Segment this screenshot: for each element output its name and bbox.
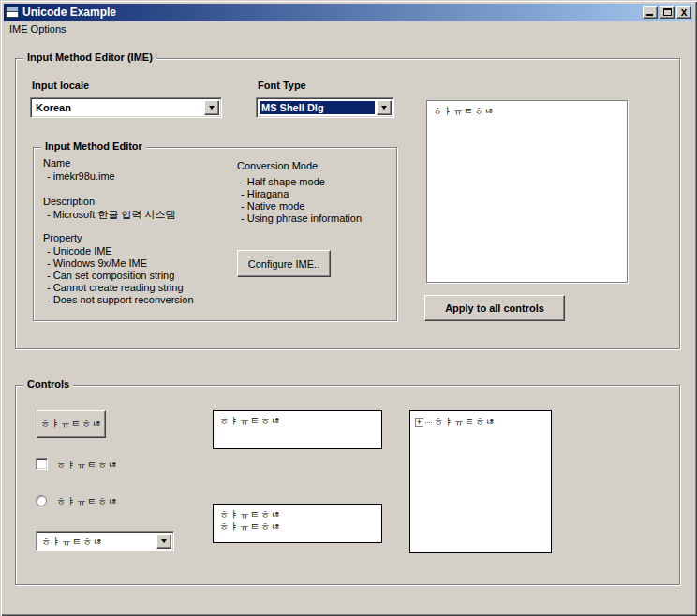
font-type-combobox[interactable]: MS Shell Dlg <box>256 97 394 118</box>
name-label: Name <box>43 157 70 169</box>
tree-item-label: ㅎㅑㅠㅌㅎㄶ <box>434 416 496 429</box>
apply-to-all-controls-button[interactable]: Apply to all controls <box>424 295 565 321</box>
property-item: - Does not support reconversion <box>47 294 194 305</box>
description-value: - Microsoft 한글 입력 시스템 <box>47 208 176 222</box>
ime-preview-textarea[interactable]: ㅎㅑㅠㅌㅎㄶ <box>426 100 628 283</box>
ime-preview-text: ㅎㅑㅠㅌㅎㄶ <box>433 106 495 116</box>
input-locale-combobox[interactable]: Korean <box>30 97 222 118</box>
menu-bar: IME Options <box>4 21 693 37</box>
minimize-button[interactable] <box>643 6 658 19</box>
controls-groupbox-title: Controls <box>23 378 73 389</box>
font-type-label: Font Type <box>258 80 306 91</box>
close-button[interactable]: x <box>676 6 691 19</box>
description-label: Description <box>43 196 95 207</box>
tree-expand-icon[interactable]: + <box>415 418 423 427</box>
property-item: - Cannot create reading string <box>47 282 184 293</box>
tree-connector <box>425 422 432 423</box>
sample-edit-single[interactable]: ㅎㅑㅠㅌㅎㄶ <box>213 410 382 449</box>
tree-item[interactable]: + ㅎㅑㅠㅌㅎㄶ <box>415 416 546 429</box>
title-bar: Unicode Example x <box>4 4 693 21</box>
sample-radio-label: ㅎㅑㅠㅌㅎㄶ <box>56 495 118 508</box>
maximize-icon <box>663 8 672 16</box>
sample-treeview[interactable]: + ㅎㅑㅠㅌㅎㄶ <box>409 410 552 553</box>
application-window: Unicode Example x IME Options Input Meth… <box>0 0 697 616</box>
chevron-down-icon <box>381 106 387 110</box>
property-item: - Can set composition string <box>47 270 174 281</box>
application-icon[interactable] <box>6 7 19 18</box>
font-type-dropdown-button[interactable] <box>377 100 392 115</box>
sample-radio[interactable] <box>36 495 47 506</box>
sample-combobox-dropdown-button[interactable] <box>156 534 171 549</box>
sample-edit-multi[interactable]: ㅎㅑㅠㅌㅎㄶ ㅎㅑㅠㅌㅎㄶ <box>213 504 382 543</box>
font-type-value: MS Shell Dlg <box>260 101 375 114</box>
menu-item-ime-options[interactable]: IME Options <box>4 22 72 36</box>
editor-info-title: Input Method Editor <box>41 140 146 152</box>
sample-combobox-value: ㅎㅑㅠㅌㅎㄶ <box>39 535 155 548</box>
minimize-icon <box>646 14 653 16</box>
conversion-mode-item: - Half shape mode <box>241 176 325 187</box>
sample-checkbox[interactable] <box>36 458 48 470</box>
maximize-button[interactable] <box>660 6 675 19</box>
sample-combobox[interactable]: ㅎㅑㅠㅌㅎㄶ <box>36 531 174 551</box>
configure-ime-button[interactable]: Configure IME.. <box>237 250 331 277</box>
name-value: - imekr98u.ime <box>47 170 115 182</box>
conversion-mode-item: - Native mode <box>241 200 304 212</box>
ime-groupbox-title: Input Method Editor (IME) <box>23 51 156 63</box>
edit-multi-line: ㅎㅑㅠㅌㅎㄶ <box>219 521 376 533</box>
conversion-mode-item: - Hiragana <box>241 188 289 199</box>
conversion-mode-label: Conversion Mode <box>237 160 318 171</box>
sample-checkbox-label: ㅎㅑㅠㅌㅎㄶ <box>56 459 118 472</box>
chevron-down-icon <box>161 539 167 543</box>
input-locale-dropdown-button[interactable] <box>204 100 219 115</box>
close-icon: x <box>677 6 690 19</box>
property-item: - Unicode IME <box>47 245 112 257</box>
window-title: Unicode Example <box>22 6 116 19</box>
conversion-mode-item: - Using phrase information <box>241 213 362 224</box>
chevron-down-icon <box>209 106 215 110</box>
sample-button[interactable]: ㅎㅑㅠㅌㅎㄶ <box>37 410 106 438</box>
edit-multi-line: ㅎㅑㅠㅌㅎㄶ <box>219 508 376 521</box>
input-locale-label: Input locale <box>32 80 89 91</box>
input-locale-value: Korean <box>34 101 202 114</box>
property-item: - Windows 9x/Me IME <box>47 257 147 269</box>
edit-single-text: ㅎㅑㅠㅌㅎㄶ <box>219 415 376 427</box>
property-label: Property <box>43 232 82 243</box>
